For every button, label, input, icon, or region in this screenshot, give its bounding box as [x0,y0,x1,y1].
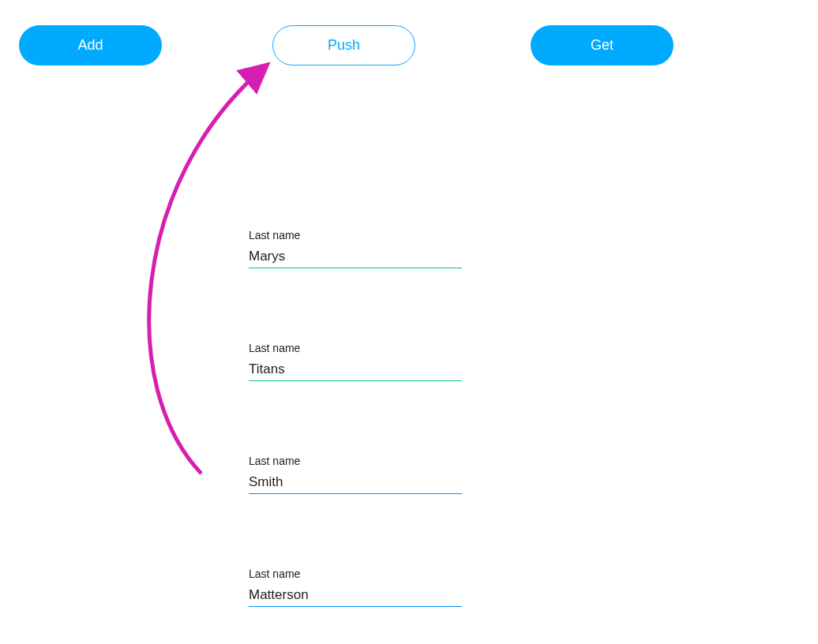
last-name-label: Last name [249,342,462,354]
last-name-input[interactable] [249,360,462,381]
field-group: Last name [249,455,462,494]
button-row: Add Push Get [0,0,818,66]
last-name-label: Last name [249,567,462,580]
get-button[interactable]: Get [531,25,674,66]
add-button[interactable]: Add [19,25,162,66]
field-group: Last name [249,342,462,381]
last-name-input[interactable] [249,586,462,607]
last-name-label: Last name [249,455,462,467]
field-group: Last name [249,229,462,268]
last-name-input[interactable] [249,247,462,268]
last-name-label: Last name [249,229,462,242]
last-name-input[interactable] [249,473,462,494]
push-button[interactable]: Push [272,25,415,66]
field-group: Last name [249,567,462,607]
fields-container: Last name Last name Last name Last name [249,229,462,644]
